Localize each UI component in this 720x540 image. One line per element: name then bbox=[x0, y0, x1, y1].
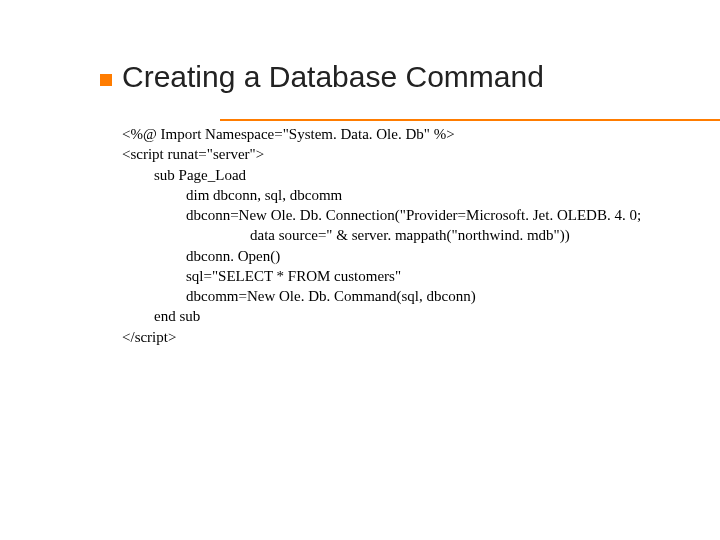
code-line: dim dbconn, sql, dbcomm bbox=[122, 185, 720, 205]
code-line: dbcomm=New Ole. Db. Command(sql, dbconn) bbox=[122, 286, 720, 306]
code-line: sub Page_Load bbox=[122, 165, 720, 185]
bullet-icon bbox=[100, 74, 112, 86]
slide-title: Creating a Database Command bbox=[100, 60, 720, 94]
title-underline bbox=[220, 119, 720, 121]
code-line: data source=" & server. mappath("northwi… bbox=[122, 225, 720, 245]
code-line: </script> bbox=[122, 327, 720, 347]
code-line: <%@ Import Namespace="System. Data. Ole.… bbox=[122, 124, 720, 144]
code-line: dbconn=New Ole. Db. Connection("Provider… bbox=[122, 205, 720, 225]
code-line: end sub bbox=[122, 306, 720, 326]
title-text: Creating a Database Command bbox=[122, 60, 544, 94]
code-line: dbconn. Open() bbox=[122, 246, 720, 266]
code-line: <script runat="server"> bbox=[122, 144, 720, 164]
code-block: <%@ Import Namespace="System. Data. Ole.… bbox=[122, 124, 720, 347]
code-line: sql="SELECT * FROM customers" bbox=[122, 266, 720, 286]
